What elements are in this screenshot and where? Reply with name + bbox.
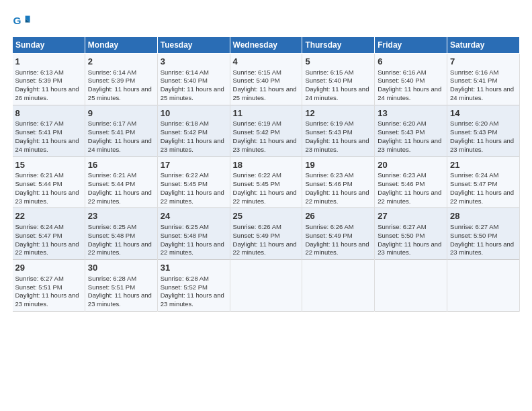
week-row-3: 15Sunrise: 6:21 AMSunset: 5:44 PMDayligh… <box>13 156 520 208</box>
sunrise: Sunrise: 6:17 AM <box>15 120 64 127</box>
day-cell: 27Sunrise: 6:27 AMSunset: 5:50 PMDayligh… <box>375 208 447 260</box>
day-cell: 28Sunrise: 6:27 AMSunset: 5:50 PMDayligh… <box>447 208 520 260</box>
daylight: Daylight: 11 hours and 23 minutes. <box>15 291 79 308</box>
header-cell-thursday: Thursday <box>302 37 375 54</box>
day-number: 8 <box>15 107 82 120</box>
sunrise: Sunrise: 6:27 AM <box>450 223 498 230</box>
day-number: 25 <box>233 210 300 222</box>
daylight: Daylight: 11 hours and 22 minutes. <box>88 189 152 205</box>
day-number: 23 <box>88 210 154 222</box>
day-cell: 6Sunrise: 6:16 AMSunset: 5:40 PMDaylight… <box>375 54 447 105</box>
day-number: 13 <box>378 107 444 120</box>
page: G SundayMondayTuesdayWednesdayThursdayFr… <box>0 0 532 411</box>
day-cell <box>447 260 520 312</box>
day-cell <box>302 260 375 312</box>
day-number: 14 <box>450 107 517 120</box>
sunset: Sunset: 5:51 PM <box>15 283 62 291</box>
sunset: Sunset: 5:43 PM <box>378 128 425 136</box>
header-cell-friday: Friday <box>375 37 447 54</box>
daylight: Daylight: 11 hours and 24 minutes. <box>15 137 79 153</box>
day-number: 5 <box>305 56 371 68</box>
sunset: Sunset: 5:40 PM <box>378 77 425 84</box>
logo-icon: G <box>12 12 31 31</box>
sunset: Sunset: 5:41 PM <box>450 77 497 84</box>
daylight: Daylight: 11 hours and 25 minutes. <box>88 85 152 101</box>
day-cell: 11Sunrise: 6:19 AMSunset: 5:42 PMDayligh… <box>230 105 302 156</box>
day-cell: 20Sunrise: 6:23 AMSunset: 5:46 PMDayligh… <box>375 156 447 208</box>
day-cell: 13Sunrise: 6:20 AMSunset: 5:43 PMDayligh… <box>375 105 447 156</box>
header-cell-sunday: Sunday <box>13 37 85 54</box>
day-number: 21 <box>450 159 517 171</box>
daylight: Daylight: 11 hours and 22 minutes. <box>305 189 369 205</box>
daylight: Daylight: 11 hours and 22 minutes. <box>233 240 297 257</box>
daylight: Daylight: 11 hours and 23 minutes. <box>161 291 224 308</box>
day-number: 27 <box>378 210 444 222</box>
daylight: Daylight: 11 hours and 22 minutes. <box>88 240 152 257</box>
day-number: 18 <box>233 159 300 171</box>
sunrise: Sunrise: 6:25 AM <box>88 223 136 230</box>
day-number: 4 <box>233 56 300 68</box>
week-row-5: 29Sunrise: 6:27 AMSunset: 5:51 PMDayligh… <box>13 260 520 312</box>
day-number: 22 <box>15 210 82 222</box>
day-number: 16 <box>88 159 154 171</box>
day-cell: 21Sunrise: 6:24 AMSunset: 5:47 PMDayligh… <box>447 156 520 208</box>
daylight: Daylight: 11 hours and 23 minutes. <box>161 137 224 153</box>
sunset: Sunset: 5:49 PM <box>233 232 280 239</box>
day-number: 28 <box>450 210 517 222</box>
sunrise: Sunrise: 6:14 AM <box>88 68 136 76</box>
daylight: Daylight: 11 hours and 23 minutes. <box>378 240 441 257</box>
sunset: Sunset: 5:46 PM <box>378 180 425 187</box>
day-number: 6 <box>378 56 444 68</box>
day-number: 15 <box>15 159 82 171</box>
sunrise: Sunrise: 6:27 AM <box>378 223 426 230</box>
sunset: Sunset: 5:40 PM <box>233 77 280 84</box>
day-number: 12 <box>305 107 371 120</box>
day-cell <box>375 260 447 312</box>
daylight: Daylight: 11 hours and 22 minutes. <box>305 240 369 257</box>
day-cell: 7Sunrise: 6:16 AMSunset: 5:41 PMDaylight… <box>447 54 520 105</box>
daylight: Daylight: 11 hours and 25 minutes. <box>161 85 224 101</box>
sunset: Sunset: 5:48 PM <box>88 232 135 239</box>
sunset: Sunset: 5:43 PM <box>305 128 352 136</box>
week-row-2: 8Sunrise: 6:17 AMSunset: 5:41 PMDaylight… <box>13 105 520 156</box>
sunrise: Sunrise: 6:18 AM <box>161 120 209 127</box>
day-number: 10 <box>161 107 227 120</box>
sunrise: Sunrise: 6:15 AM <box>305 68 353 76</box>
header: G <box>12 12 520 31</box>
daylight: Daylight: 11 hours and 23 minutes. <box>305 137 369 153</box>
sunrise: Sunrise: 6:20 AM <box>450 120 498 127</box>
sunset: Sunset: 5:50 PM <box>378 232 425 239</box>
day-cell: 16Sunrise: 6:21 AMSunset: 5:44 PMDayligh… <box>85 156 157 208</box>
daylight: Daylight: 11 hours and 23 minutes. <box>15 189 79 205</box>
sunrise: Sunrise: 6:17 AM <box>88 120 136 127</box>
sunrise: Sunrise: 6:21 AM <box>88 171 136 179</box>
sunrise: Sunrise: 6:21 AM <box>15 171 64 179</box>
day-number: 1 <box>15 56 82 68</box>
day-number: 30 <box>88 262 154 274</box>
sunrise: Sunrise: 6:15 AM <box>233 68 281 76</box>
sunset: Sunset: 5:41 PM <box>15 128 62 136</box>
sunset: Sunset: 5:42 PM <box>161 128 208 136</box>
daylight: Daylight: 11 hours and 23 minutes. <box>450 240 514 257</box>
sunset: Sunset: 5:45 PM <box>161 180 208 187</box>
sunrise: Sunrise: 6:28 AM <box>161 275 209 282</box>
sunset: Sunset: 5:39 PM <box>15 77 62 84</box>
sunset: Sunset: 5:44 PM <box>88 180 135 187</box>
day-number: 29 <box>15 262 82 274</box>
daylight: Daylight: 11 hours and 22 minutes. <box>161 189 224 205</box>
sunset: Sunset: 5:47 PM <box>450 180 497 187</box>
day-cell: 29Sunrise: 6:27 AMSunset: 5:51 PMDayligh… <box>13 260 85 312</box>
day-cell: 23Sunrise: 6:25 AMSunset: 5:48 PMDayligh… <box>85 208 157 260</box>
day-number: 7 <box>450 56 517 68</box>
sunset: Sunset: 5:51 PM <box>88 283 135 291</box>
day-cell: 1Sunrise: 6:13 AMSunset: 5:39 PMDaylight… <box>13 54 85 105</box>
daylight: Daylight: 11 hours and 22 minutes. <box>161 240 224 257</box>
day-cell: 26Sunrise: 6:26 AMSunset: 5:49 PMDayligh… <box>302 208 375 260</box>
sunset: Sunset: 5:40 PM <box>305 77 352 84</box>
sunset: Sunset: 5:46 PM <box>305 180 352 187</box>
daylight: Daylight: 11 hours and 24 minutes. <box>450 85 514 101</box>
day-cell: 25Sunrise: 6:26 AMSunset: 5:49 PMDayligh… <box>230 208 302 260</box>
header-row: SundayMondayTuesdayWednesdayThursdayFrid… <box>13 37 520 54</box>
sunset: Sunset: 5:48 PM <box>161 232 208 239</box>
sunset: Sunset: 5:42 PM <box>233 128 280 136</box>
